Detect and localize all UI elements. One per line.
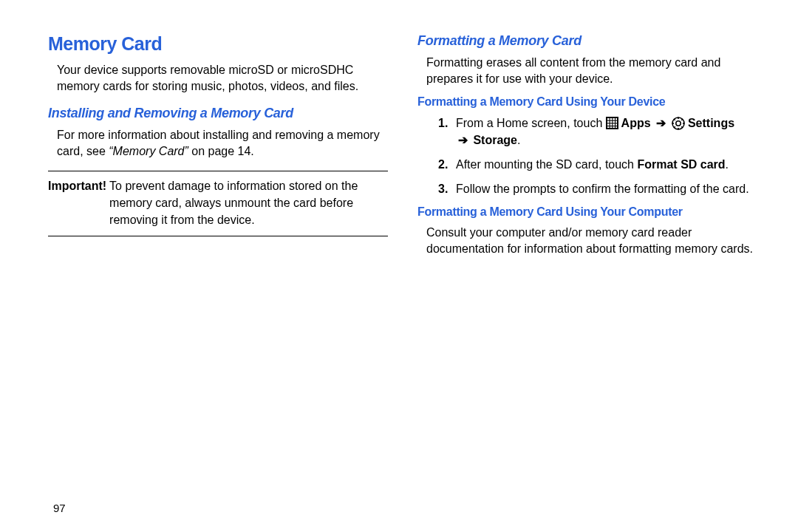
important-label: Important! xyxy=(48,177,106,229)
svg-rect-4 xyxy=(615,118,617,120)
svg-rect-7 xyxy=(613,121,615,123)
apps-grid-icon xyxy=(606,117,618,129)
storage-label: Storage xyxy=(470,134,517,146)
svg-rect-9 xyxy=(607,123,610,126)
format-device-steps: From a Home screen, touch Apps ➔ Setting… xyxy=(438,115,757,198)
svg-rect-6 xyxy=(610,121,612,123)
heading-installing-removing: Installing and Removing a Memory Card xyxy=(48,106,388,121)
settings-gear-icon xyxy=(672,117,685,130)
heading-format-computer: Formatting a Memory Card Using Your Comp… xyxy=(417,205,757,219)
svg-rect-15 xyxy=(613,126,615,128)
svg-rect-5 xyxy=(607,121,610,123)
install-text: For more information about installing an… xyxy=(57,127,388,160)
format-computer-text: Consult your computer and/or memory card… xyxy=(426,225,757,258)
formatting-intro: Formatting erases all content from the m… xyxy=(426,55,757,88)
step-1: From a Home screen, touch Apps ➔ Setting… xyxy=(438,115,757,149)
settings-label: Settings xyxy=(685,117,735,129)
arrow-icon: ➔ xyxy=(656,117,666,129)
apps-label: Apps xyxy=(618,117,654,129)
svg-rect-3 xyxy=(613,118,615,120)
step-3: Follow the prompts to confirm the format… xyxy=(438,180,757,197)
svg-rect-1 xyxy=(607,118,610,120)
important-note: Important! To prevent damage to informat… xyxy=(48,171,388,237)
svg-point-18 xyxy=(675,120,680,125)
page-number: 97 xyxy=(53,502,66,514)
important-text: To prevent damage to information stored … xyxy=(109,177,388,229)
format-sd-card-label: Format SD card xyxy=(637,158,725,171)
left-column: Memory Card Your device supports removab… xyxy=(48,33,388,262)
svg-rect-14 xyxy=(610,126,612,128)
svg-rect-12 xyxy=(615,123,617,126)
step-2: After mounting the SD card, touch Format… xyxy=(438,156,757,173)
svg-rect-16 xyxy=(615,126,617,128)
svg-rect-2 xyxy=(610,118,612,120)
svg-rect-11 xyxy=(613,123,615,126)
heading-memory-card: Memory Card xyxy=(48,33,388,55)
arrow-icon: ➔ xyxy=(458,134,468,146)
xref-memory-card: “Memory Card” xyxy=(109,145,188,157)
svg-rect-13 xyxy=(607,126,610,128)
svg-rect-8 xyxy=(615,121,617,123)
heading-format-device: Formatting a Memory Card Using Your Devi… xyxy=(417,95,757,109)
heading-formatting: Formatting a Memory Card xyxy=(417,33,757,49)
svg-rect-10 xyxy=(610,123,612,126)
right-column: Formatting a Memory Card Formatting eras… xyxy=(417,33,757,262)
intro-text: Your device supports removable microSD o… xyxy=(57,62,388,95)
